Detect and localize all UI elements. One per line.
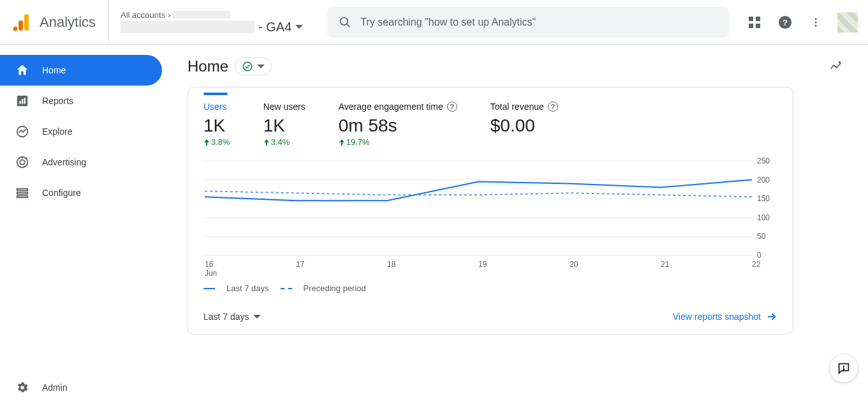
- svg-rect-23: [17, 189, 28, 191]
- svg-text:21: 21: [661, 260, 670, 269]
- chart-legend: Last 7 days Preceding period: [188, 278, 793, 305]
- caret-down-icon: [257, 64, 265, 68]
- svg-rect-24: [17, 192, 28, 194]
- insights-icon[interactable]: [827, 57, 845, 75]
- help-icon[interactable]: ?: [548, 102, 558, 112]
- svg-text:50: 50: [757, 232, 766, 241]
- svg-text:200: 200: [757, 176, 770, 185]
- svg-rect-17: [24, 98, 26, 103]
- svg-text:100: 100: [757, 213, 770, 222]
- svg-text:20: 20: [570, 260, 578, 269]
- metric-users[interactable]: Users 1K 3.8%: [203, 93, 230, 147]
- svg-text:0: 0: [757, 251, 761, 260]
- metric-avg-engagement[interactable]: Average engagement time ? 0m 58s 19.7%: [339, 93, 457, 147]
- explore-icon: [15, 125, 29, 139]
- legend-label: Last 7 days: [226, 283, 269, 293]
- advertising-icon: [15, 155, 29, 169]
- metric-value: $0.00: [490, 116, 558, 136]
- legend-swatch-prev: [281, 288, 292, 289]
- arrow-up-icon: [203, 139, 210, 146]
- view-reports-link[interactable]: View reports snapshot: [673, 311, 777, 322]
- metric-label: Users: [203, 102, 230, 112]
- sidebar-item-admin[interactable]: Admin: [0, 372, 162, 403]
- svg-rect-0: [24, 14, 29, 31]
- app-header: Analytics All accounts › - GA4 ?: [0, 0, 868, 45]
- overview-card: Users 1K 3.8% New users 1K 3.4%: [188, 87, 793, 335]
- svg-rect-16: [22, 99, 23, 103]
- svg-rect-7: [749, 24, 753, 28]
- sidebar-item-reports[interactable]: Reports: [0, 86, 162, 116]
- sidebar-item-label: Configure: [42, 188, 81, 198]
- svg-point-11: [815, 18, 817, 20]
- main-content: Home Users 1K 3.8%: [165, 45, 868, 408]
- arrow-right-icon: [766, 311, 777, 322]
- arrow-up-icon: [263, 139, 270, 146]
- avatar[interactable]: [837, 12, 858, 33]
- metrics-row: Users 1K 3.8% New users 1K 3.4%: [188, 87, 793, 147]
- search-bar[interactable]: [327, 7, 729, 38]
- feedback-button[interactable]: [830, 354, 858, 382]
- page-head: Home: [188, 57, 845, 75]
- sidebar-item-label: Explore: [42, 126, 72, 137]
- caret-down-icon: [295, 25, 303, 29]
- account-picker[interactable]: All accounts › - GA4: [109, 10, 314, 34]
- sidebar-item-explore[interactable]: Explore: [0, 116, 162, 147]
- metric-new-users[interactable]: New users 1K 3.4%: [263, 93, 305, 147]
- metric-delta: 19.7%: [339, 137, 457, 147]
- svg-rect-15: [19, 101, 20, 104]
- search-input[interactable]: [360, 17, 717, 28]
- svg-point-12: [815, 21, 817, 23]
- metric-value: 0m 58s: [339, 116, 457, 136]
- metric-label: Average engagement time ?: [339, 102, 457, 112]
- svg-rect-1: [18, 20, 23, 31]
- header-tools: ?: [746, 12, 858, 33]
- svg-text:Jun: Jun: [205, 269, 217, 278]
- feedback-icon: [837, 361, 851, 375]
- property-name-redacted: [121, 20, 254, 33]
- sidebar-item-home[interactable]: Home: [0, 55, 162, 86]
- svg-text:17: 17: [296, 260, 305, 269]
- svg-point-20: [20, 160, 24, 164]
- svg-point-26: [243, 62, 252, 71]
- svg-line-4: [347, 24, 350, 27]
- check-circle-icon: [242, 61, 253, 72]
- metric-value: 1K: [203, 116, 230, 136]
- analytics-logo-icon: [13, 13, 31, 32]
- sidebar-item-label: Admin: [42, 382, 68, 393]
- sidebar-item-advertising[interactable]: Advertising: [0, 147, 162, 178]
- caret-down-icon: [253, 315, 261, 319]
- chart-wrap: 05010015020025016171819202122Jun: [188, 147, 793, 278]
- account-name-redacted: [173, 11, 230, 19]
- sidebar-item-configure[interactable]: Configure: [0, 178, 162, 208]
- date-range-picker[interactable]: Last 7 days: [203, 312, 261, 322]
- svg-text:150: 150: [757, 194, 770, 203]
- svg-point-13: [815, 24, 817, 26]
- svg-text:22: 22: [752, 260, 761, 269]
- help-icon[interactable]: ?: [776, 13, 794, 31]
- line-chart: 05010015020025016171819202122Jun: [203, 157, 777, 278]
- sidebar-item-label: Home: [42, 65, 66, 75]
- chevron-right-icon: ›: [168, 10, 170, 20]
- svg-rect-6: [756, 17, 760, 21]
- metric-total-revenue[interactable]: Total revenue ? $0.00: [490, 93, 558, 147]
- svg-text:?: ?: [783, 17, 788, 27]
- apps-icon[interactable]: [746, 13, 763, 31]
- svg-rect-5: [749, 17, 753, 21]
- legend-label: Preceding period: [304, 283, 366, 293]
- metric-label: Total revenue ?: [490, 102, 558, 112]
- help-icon[interactable]: ?: [447, 102, 457, 112]
- arrow-up-icon: [339, 139, 345, 146]
- metric-delta: 3.4%: [263, 137, 305, 147]
- svg-text:250: 250: [757, 157, 770, 165]
- page-title: Home: [188, 57, 228, 75]
- svg-point-3: [341, 17, 348, 25]
- legend-swatch-current: [203, 288, 215, 289]
- svg-point-49: [843, 369, 844, 370]
- metric-value: 1K: [263, 116, 305, 136]
- property-suffix: - GA4: [258, 20, 291, 34]
- account-prefix: All accounts: [121, 10, 165, 20]
- more-vert-icon[interactable]: [807, 13, 825, 31]
- sidebar: Home Reports Explore Advertising Configu…: [0, 45, 165, 408]
- brand-name: Analytics: [40, 14, 96, 31]
- status-chip[interactable]: [235, 57, 272, 75]
